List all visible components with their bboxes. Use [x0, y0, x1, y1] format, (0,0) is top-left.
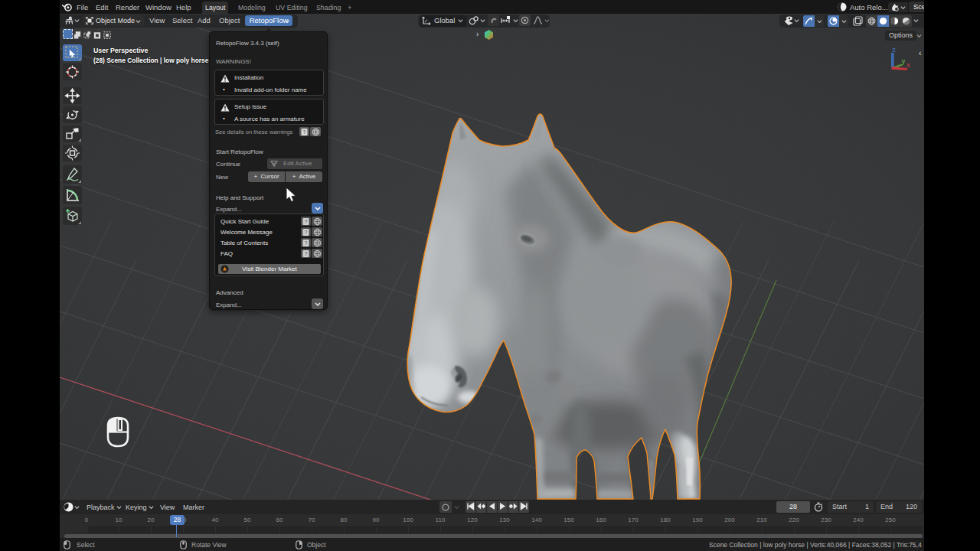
svg-text:?: ? — [305, 251, 308, 256]
svg-text:?: ? — [305, 219, 308, 224]
svg-text:?: ? — [305, 230, 308, 235]
svg-text:y: y — [902, 57, 906, 65]
svg-text:?: ? — [305, 240, 308, 246]
svg-text:?: ? — [303, 129, 306, 135]
svg-text:x: x — [906, 61, 910, 69]
svg-text:z: z — [893, 46, 896, 54]
